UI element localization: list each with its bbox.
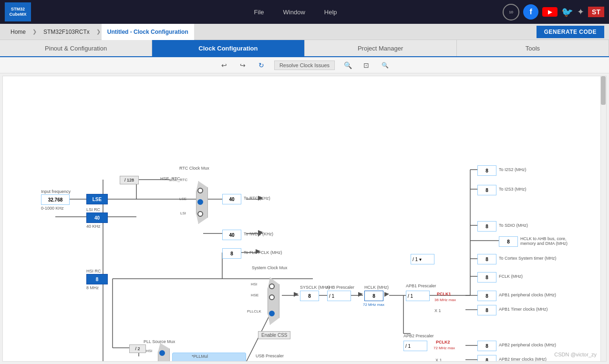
fit-button[interactable]: ⊡: [361, 60, 372, 71]
usb-div-dropdown[interactable]: / 1: [257, 361, 279, 362]
pll-source-mux-label: PLL Source Mux: [144, 339, 175, 344]
sysclk-label: SYSCLK (MHz): [300, 285, 330, 290]
rtc-radio-lsi[interactable]: [197, 211, 203, 217]
facebook-icon[interactable]: f: [523, 4, 538, 20]
header-icons: 10 f ▶ 🐦 ✦ ST: [503, 4, 604, 20]
hclk-label: HCLK (MHz): [364, 285, 389, 290]
ahb-prescaler-label: AHB Prescaler: [326, 285, 354, 290]
to-i2s2-box[interactable]: 8: [477, 165, 496, 176]
hsi-rc-box[interactable]: 8: [86, 274, 108, 284]
to-i2s3-box[interactable]: 8: [477, 185, 496, 195]
to-i2s2-label: To I2S2 (MHz): [499, 167, 526, 172]
generate-code-button[interactable]: GENERATE CODE: [537, 26, 604, 38]
refresh-button[interactable]: ↻: [256, 60, 267, 71]
hclk-box[interactable]: 8: [364, 291, 383, 301]
sys-clock-mux-label: System Clock Mux: [252, 265, 288, 270]
hsi-rc-label: HSI RC: [86, 269, 101, 273]
apb2-out2-box[interactable]: 8: [477, 355, 496, 362]
watermark: CSDN @victor_zy: [554, 352, 597, 357]
logo-text: STM32CubeMX: [10, 7, 27, 17]
apb1-div-dropdown[interactable]: / 1: [406, 291, 430, 301]
scrollbar-thumb[interactable]: [601, 76, 606, 105]
hclk-ahb-label: HCLK to AHB bus, core, memory and DMA (M…: [520, 236, 582, 246]
sys-hse-radio[interactable]: [269, 294, 275, 300]
rtc-clock-mux-label: RTC Clock Mux: [179, 166, 209, 171]
pll-area: *PLLMul 4 X 2 PLL: [172, 353, 246, 362]
pll-mul-label: *PLLMul: [192, 354, 208, 359]
apb2-out2-label: APB2 timer clocks (MHz): [499, 357, 547, 362]
input-freq-label-1: Input frequency: [41, 189, 71, 194]
apb2-out1-box[interactable]: 8: [477, 341, 496, 351]
undo-button[interactable]: ↩: [218, 60, 230, 71]
to-i2s3-label: To I2S3 (MHz): [499, 187, 526, 192]
twitter-icon[interactable]: 🐦: [561, 6, 573, 18]
sys-pll-radio[interactable]: [269, 311, 275, 316]
hclk-ahb-box[interactable]: 8: [499, 236, 518, 247]
to-rtc-box[interactable]: 40: [222, 194, 241, 204]
lsi-khz: 40 KHz: [86, 224, 101, 229]
lsi-mux-label: LSI: [180, 211, 186, 215]
logo: STM32CubeMX: [5, 2, 31, 21]
lse-mux-label: LSE: [179, 197, 186, 201]
input-freq-value-1[interactable]: 32.768: [41, 194, 70, 205]
apb1-x1: X 1: [434, 308, 441, 313]
to-fli-box[interactable]: 8: [222, 248, 241, 259]
to-fli-label: To FLIТFCLK (MHz): [244, 250, 282, 255]
to-iwdg-box[interactable]: 40: [222, 230, 241, 240]
cortex-box[interactable]: 8: [477, 254, 496, 264]
breadcrumb-current[interactable]: Untitled - Clock Configuration: [102, 24, 194, 40]
tabs: Pinout & Configuration Clock Configurati…: [0, 40, 609, 57]
sysclk-box[interactable]: 8: [300, 291, 319, 301]
hse-rtc-mux-label: HSE_RTC: [170, 178, 187, 182]
zoom-out-button[interactable]: 🔍: [379, 60, 391, 71]
to-sdio-top-box[interactable]: 8: [477, 221, 496, 232]
diagram-area: Input frequency 32.768 0-1000 KHz LSE LS…: [2, 76, 607, 362]
tab-clock[interactable]: Clock Configuration: [152, 40, 304, 56]
resolve-clock-button[interactable]: Resolve Clock Issues: [274, 61, 335, 70]
st-icon[interactable]: ST: [588, 7, 604, 17]
pll-hsi-radio[interactable]: [159, 350, 165, 356]
fclk-box[interactable]: 8: [477, 272, 496, 283]
nav-file[interactable]: File: [254, 9, 264, 16]
rtc-radio-hse[interactable]: [197, 188, 203, 193]
svg-marker-56: [358, 292, 363, 297]
youtube-icon[interactable]: ▶: [542, 7, 557, 17]
sys-hsi-radio[interactable]: [269, 283, 275, 289]
breadcrumb: Home ❯ STM32F103RCTx ❯ Untitled - Clock …: [0, 24, 609, 40]
ahb-div-dropdown[interactable]: / 1: [327, 291, 351, 301]
apb2-div-dropdown[interactable]: / 1: [403, 341, 427, 351]
cortex-div-dropdown[interactable]: / 1 ▾: [411, 254, 434, 264]
breadcrumb-arrow-2: ❯: [96, 29, 101, 35]
apb1-out1-box[interactable]: 8: [477, 291, 496, 301]
zoom-in-button[interactable]: 🔍: [342, 60, 353, 71]
tab-tools[interactable]: Tools: [457, 40, 609, 56]
to-sdio-top-label: To SDIO (MHz): [499, 223, 528, 228]
nav-menu: File Window Help: [88, 9, 503, 16]
network-icon[interactable]: ✦: [577, 7, 584, 17]
scrollbar[interactable]: [600, 76, 606, 361]
tab-pinout[interactable]: Pinout & Configuration: [0, 40, 152, 56]
breadcrumb-mcu[interactable]: STM32F103RCTx: [38, 24, 95, 40]
rtc-radio-lse[interactable]: [197, 199, 203, 205]
nav-help[interactable]: Help: [324, 9, 337, 16]
tab-project[interactable]: Project Manager: [305, 40, 457, 56]
pclk2-label: PCLK2: [436, 340, 450, 344]
pclk2-max: 72 MHz max: [434, 346, 455, 350]
pll-div2-box: / 2: [129, 344, 146, 353]
header: STM32CubeMX File Window Help 10 f ▶ 🐦 ✦ …: [0, 0, 609, 24]
breadcrumb-arrow-1: ❯: [32, 29, 37, 35]
logo-area: STM32CubeMX: [5, 2, 31, 21]
usb-box[interactable]: 8: [294, 361, 313, 362]
redo-button[interactable]: ↪: [237, 60, 248, 71]
enable-css-button[interactable]: Enable CSS: [258, 331, 290, 339]
lsi-rc-box[interactable]: 40: [86, 212, 108, 223]
pll-hsi-label: HSI: [146, 349, 152, 353]
usb-prescaler-label: USB Prescaler: [256, 354, 284, 358]
nav-window[interactable]: Window: [283, 9, 305, 16]
apb1-out2-box[interactable]: 8: [477, 305, 496, 315]
div128-box: / 128: [120, 176, 139, 184]
lse-box[interactable]: LSE: [86, 194, 108, 204]
svg-marker-54: [294, 292, 299, 297]
apb2-x1: X 1: [435, 358, 442, 362]
breadcrumb-home[interactable]: Home: [5, 24, 31, 40]
